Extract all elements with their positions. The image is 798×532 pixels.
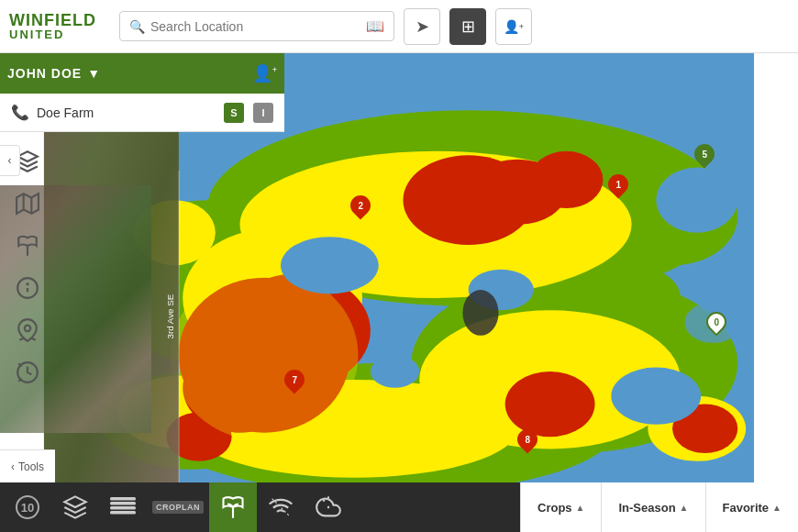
header: WINFIELD UNITED 🔍 📖 ➤ ⊞ 👤+ [0, 0, 798, 53]
sidebar-item-scouting[interactable] [5, 310, 50, 350]
layers-tool[interactable] [51, 482, 99, 532]
menu-tool[interactable] [99, 482, 147, 532]
weather-icon [316, 494, 341, 520]
user-bar: JOHN DOE ▼ 👤+ [0, 53, 284, 94]
zoom-icon: 10 [16, 495, 39, 519]
tools-button[interactable]: ‹ Tools [0, 449, 55, 482]
phone-icon: 📞 [11, 104, 29, 121]
farm-badge-i: I [253, 103, 273, 123]
bottom-tabs: Crops ▲ In-Season ▲ Favorite ▲ [520, 482, 798, 532]
svg-point-34 [281, 237, 379, 294]
farm-badge-s: S [224, 103, 244, 123]
logo-line1: WINFIELD [9, 12, 110, 28]
username: JOHN DOE [7, 66, 82, 81]
sidebar-item-map[interactable] [5, 183, 50, 224]
favorite-chevron-icon: ▲ [772, 503, 781, 513]
wheat-tool[interactable] [209, 482, 257, 532]
sidebar-item-history[interactable] [5, 352, 50, 393]
farm-bar: 📞 Doe Farm S I [0, 94, 284, 132]
menu-icon [110, 497, 136, 517]
svg-point-33 [171, 270, 359, 441]
search-bar[interactable]: 🔍 📖 [119, 11, 394, 41]
search-input[interactable] [150, 19, 360, 34]
svg-point-38 [371, 355, 419, 388]
signal-icon [268, 494, 294, 520]
grid-button[interactable]: ⊞ [449, 8, 486, 45]
collapse-sidebar-button[interactable]: ‹ [0, 145, 20, 176]
croplan-label: CROPLAN [152, 501, 204, 514]
tools-label: Tools [18, 460, 44, 473]
svg-point-6 [25, 326, 31, 332]
tab-favorite-label: Favorite [723, 501, 770, 515]
book-icon[interactable]: 📖 [366, 17, 384, 35]
svg-point-29 [529, 151, 603, 208]
svg-line-51 [323, 500, 325, 502]
svg-rect-46 [110, 506, 136, 510]
chevron-left-icon: ‹ [11, 460, 15, 473]
sidebar-item-info[interactable] [5, 268, 50, 308]
svg-text:3rd Ave SE: 3rd Ave SE [165, 294, 175, 338]
croplan-tool[interactable]: CROPLAN [147, 482, 209, 532]
signal-tool[interactable] [257, 482, 305, 532]
zoom-tool[interactable]: 10 [4, 482, 51, 532]
svg-point-40 [462, 290, 498, 336]
tab-favorite[interactable]: Favorite ▲ [705, 482, 798, 532]
add-user-icon[interactable]: 👤+ [252, 63, 277, 83]
svg-rect-44 [110, 497, 136, 501]
tab-crops[interactable]: Crops ▲ [520, 482, 601, 532]
svg-rect-47 [110, 511, 136, 515]
svg-point-37 [611, 368, 701, 425]
svg-rect-45 [110, 502, 136, 505]
weather-tool[interactable] [305, 482, 352, 532]
add-user-button[interactable]: 👤+ [495, 8, 532, 45]
svg-marker-0 [17, 194, 39, 214]
tab-in-season[interactable]: In-Season ▲ [601, 482, 704, 532]
sidebar-item-fields[interactable] [5, 226, 50, 266]
sidebar [0, 132, 55, 482]
svg-point-36 [656, 168, 737, 233]
dropdown-arrow-icon[interactable]: ▼ [87, 66, 100, 81]
in-season-chevron-icon: ▲ [680, 503, 689, 513]
bottom-toolbar: 10 CROPLAN [0, 482, 798, 532]
wheat-icon [220, 494, 246, 520]
svg-point-30 [505, 371, 595, 437]
tab-in-season-label: In-Season [618, 501, 675, 515]
farm-name: Doe Farm [37, 105, 216, 120]
tab-crops-label: Crops [538, 501, 572, 515]
gps-button[interactable]: ➤ [404, 8, 440, 45]
crops-chevron-icon: ▲ [576, 503, 585, 513]
logo-line2: UNITED [9, 28, 110, 40]
layers-icon [62, 494, 88, 520]
search-icon: 🔍 [129, 19, 145, 34]
app-logo: WINFIELD UNITED [9, 12, 110, 40]
